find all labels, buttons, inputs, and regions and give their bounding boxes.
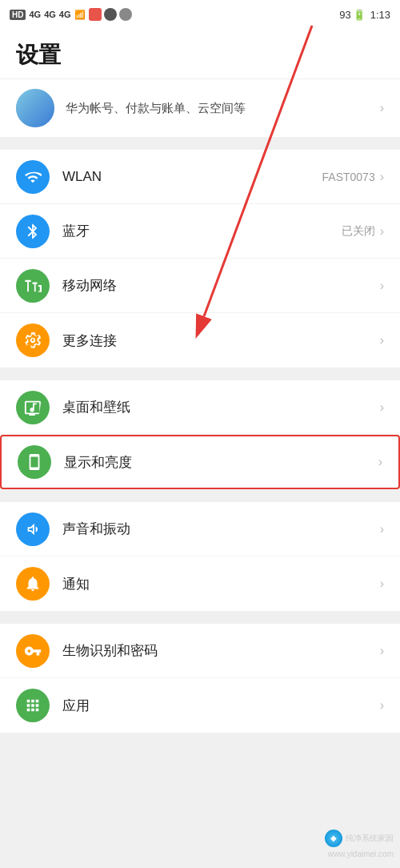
desktop-wallpaper-label: 桌面和壁纸: [62, 398, 375, 416]
notification-label: 通知: [62, 575, 375, 593]
bluetooth-label: 蓝牙: [62, 222, 342, 240]
wlan-chevron-icon: ›: [380, 170, 384, 184]
mobile-network-chevron-icon: ›: [380, 279, 384, 293]
status-signal-2: 4G: [44, 10, 56, 19]
apps-label: 应用: [62, 697, 375, 715]
mobile-network-svg-icon: [24, 277, 42, 295]
sound-icon-circle: [16, 512, 50, 546]
apps-icon-circle: [16, 689, 50, 722]
biometric-svg-icon: [24, 642, 42, 660]
connect-icon-circle: [16, 323, 50, 357]
biometric-icon-circle: [16, 634, 50, 668]
account-description: 华为帐号、付款与账单、云空间等: [66, 101, 246, 116]
settings-item-sound-vibration[interactable]: 声音和振动 ›: [0, 502, 400, 557]
sound-vibration-chevron-icon: ›: [380, 522, 384, 536]
apps-chevron-icon: ›: [380, 698, 384, 713]
page-title: 设置: [16, 40, 384, 70]
status-left: HD 4G 4G 4G 📶: [10, 8, 132, 21]
watermark-site-name: 纯净系统家园: [346, 833, 394, 844]
status-signal-1: 4G: [29, 10, 41, 19]
mobile-icon-circle: [16, 269, 50, 303]
wlan-value: FAST0073: [322, 171, 375, 183]
display-brightness-label: 显示和亮度: [64, 453, 374, 472]
status-bar: HD 4G 4G 4G 📶 93 🔋 1:13: [0, 0, 400, 29]
page-title-section: 设置: [0, 29, 400, 78]
settings-container: WLAN FAST0073 › 蓝牙 已关闭 › 移动网络 ›: [0, 150, 400, 733]
watermark-logo-icon: ◆: [325, 830, 342, 847]
desktop-svg-icon: [24, 399, 42, 416]
bluetooth-value: 已关闭: [342, 224, 375, 239]
wifi-svg-icon: [24, 168, 42, 186]
status-signal-3: 4G: [59, 10, 71, 19]
desktop-icon-circle: [16, 391, 50, 424]
settings-group-sound-notif: 声音和振动 › 通知 ›: [0, 502, 400, 611]
desktop-wallpaper-chevron-icon: ›: [380, 400, 384, 415]
settings-group-security-apps: 生物识别和密码 › 应用 ›: [0, 624, 400, 733]
settings-item-biometric[interactable]: 生物识别和密码 ›: [0, 624, 400, 678]
bluetooth-chevron-icon: ›: [380, 224, 384, 239]
settings-item-bluetooth[interactable]: 蓝牙 已关闭 ›: [0, 204, 400, 259]
divider-4: [0, 617, 400, 624]
settings-item-desktop-wallpaper[interactable]: 桌面和壁纸 ›: [0, 380, 400, 435]
more-connections-chevron-icon: ›: [380, 333, 384, 348]
apps-svg-icon: [24, 697, 42, 714]
settings-group-network: WLAN FAST0073 › 蓝牙 已关闭 › 移动网络 ›: [0, 150, 400, 368]
notification-icon-circle: [16, 567, 50, 601]
account-section[interactable]: 华为帐号、付款与账单、云空间等 ›: [0, 78, 400, 137]
sound-vibration-label: 声音和振动: [62, 520, 375, 538]
watermark: ◆ 纯净系统家园 www.yidaimei.com: [325, 830, 394, 860]
biometric-chevron-icon: ›: [380, 644, 384, 658]
connect-svg-icon: [24, 332, 42, 349]
wlan-label: WLAN: [62, 169, 322, 185]
watermark-logo: ◆ 纯净系统家园: [325, 830, 394, 847]
watermark-url: www.yidaimei.com: [328, 850, 394, 858]
battery-percent: 93: [339, 9, 350, 21]
status-extra-icons: [89, 8, 132, 21]
divider-1: [0, 143, 400, 150]
divider-2: [0, 374, 400, 380]
notification-svg-icon: [24, 575, 42, 593]
bluetooth-icon-circle: [16, 215, 50, 248]
account-chevron-icon: ›: [380, 101, 384, 115]
settings-item-mobile-network[interactable]: 移动网络 ›: [0, 259, 400, 313]
display-brightness-chevron-icon: ›: [378, 455, 382, 469]
settings-item-more-connections[interactable]: 更多连接 ›: [0, 313, 400, 368]
battery-indicator: 93 🔋: [339, 9, 365, 21]
notification-chevron-icon: ›: [380, 577, 384, 591]
bluetooth-svg-icon: [24, 223, 42, 240]
status-network-badge: HD: [10, 10, 26, 20]
divider-3: [0, 496, 400, 502]
settings-item-display-brightness[interactable]: 显示和亮度 ›: [0, 435, 400, 489]
status-right: 93 🔋 1:13: [339, 9, 390, 21]
sound-svg-icon: [24, 520, 42, 538]
status-wifi-icon: 📶: [74, 10, 86, 20]
more-connections-label: 更多连接: [62, 332, 375, 350]
settings-item-wlan[interactable]: WLAN FAST0073 ›: [0, 150, 400, 204]
settings-item-apps[interactable]: 应用 ›: [0, 678, 400, 733]
display-svg-icon: [26, 453, 43, 471]
settings-group-display: 桌面和壁纸 › 显示和亮度 ›: [0, 380, 400, 489]
settings-item-notification[interactable]: 通知 ›: [0, 557, 400, 611]
biometric-label: 生物识别和密码: [62, 641, 375, 660]
display-icon-circle: [18, 445, 51, 479]
status-time: 1:13: [370, 9, 390, 21]
mobile-network-label: 移动网络: [62, 276, 375, 295]
wlan-icon-circle: [16, 160, 50, 194]
avatar: [16, 89, 54, 127]
